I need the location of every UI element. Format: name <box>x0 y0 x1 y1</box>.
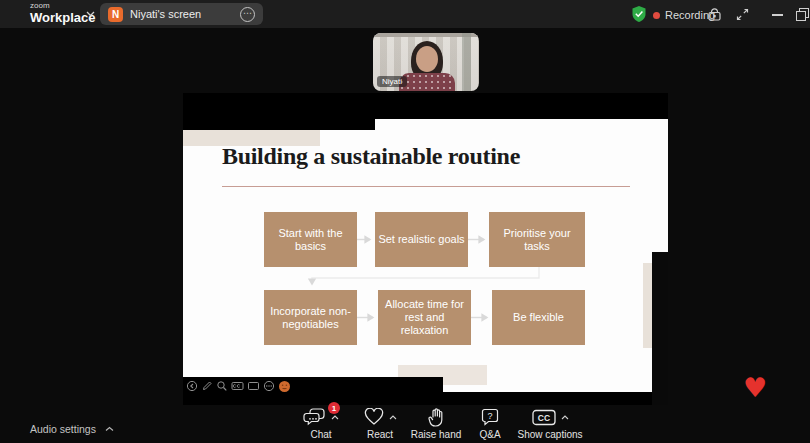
recording-dot-icon <box>653 12 660 19</box>
flow-box: Start with the basics <box>264 212 357 267</box>
flow-box: Set realistic goals <box>375 212 468 267</box>
raise-hand-button[interactable]: Raise hand <box>404 407 468 440</box>
zoom-meeting-window: zoom Workplace N Niyati's screen ⋯ Recor… <box>0 0 810 443</box>
slide-title: Building a sustainable routine <box>222 143 520 170</box>
flow-box: Prioritise your tasks <box>489 212 585 267</box>
captions-mini-icon[interactable] <box>231 380 244 392</box>
restore-front-square <box>796 11 806 21</box>
previous-slide-icon[interactable] <box>186 380 198 392</box>
window-frame <box>462 33 471 91</box>
shared-screen-slide: Building a sustainable routine Start wit… <box>183 93 668 405</box>
title-bar: zoom Workplace N Niyati's screen ⋯ Recor… <box>0 0 810 28</box>
audio-settings-label: Audio settings <box>30 423 96 435</box>
react-label: React <box>367 429 393 440</box>
svg-text:?: ? <box>487 410 492 420</box>
qa-icon: ? <box>481 408 499 427</box>
show-captions-label: Show captions <box>517 429 582 440</box>
flow-box: Incorporate non-negotiables <box>264 290 357 345</box>
presenter-toolbar <box>186 379 291 393</box>
tab-label: Niyati's screen <box>130 8 201 20</box>
minimize-button[interactable] <box>772 14 783 16</box>
react-button[interactable]: React <box>352 407 408 440</box>
qa-button[interactable]: ? Q&A <box>462 407 518 440</box>
svg-text:CC: CC <box>537 413 549 423</box>
chat-button[interactable]: 1 Chat <box>293 407 349 440</box>
participant-video-tile[interactable]: Niyati <box>373 33 479 91</box>
security-shield-icon[interactable] <box>632 6 646 22</box>
participant-body <box>399 73 455 91</box>
picture-in-picture-icon[interactable] <box>707 8 722 21</box>
pen-icon[interactable] <box>201 380 213 392</box>
heart-outline-icon <box>364 408 384 426</box>
qa-label: Q&A <box>479 429 500 440</box>
chevron-up-icon <box>105 426 114 432</box>
flow-box: Allocate time for rest and relaxation <box>378 290 471 345</box>
chat-label: Chat <box>310 429 331 440</box>
slide-decor-right-black <box>652 252 668 405</box>
reaction-emoji-icon[interactable] <box>278 380 291 393</box>
raise-hand-icon <box>428 408 445 427</box>
chevron-up-icon[interactable] <box>331 415 339 420</box>
tab-initial-badge: N <box>108 7 123 22</box>
chevron-up-icon[interactable] <box>389 415 397 420</box>
heart-reaction-icon: ♥ <box>743 374 767 401</box>
chat-icon <box>303 408 326 427</box>
show-captions-button[interactable]: CC Show captions <box>512 407 588 440</box>
chevron-down-icon[interactable] <box>86 11 95 17</box>
more-options-icon[interactable] <box>263 380 275 392</box>
slide-decor-right-beige <box>643 263 652 348</box>
flow-box: Be flexible <box>492 290 585 345</box>
slide-title-underline <box>222 186 630 187</box>
chevron-up-icon[interactable] <box>561 415 569 420</box>
chat-unread-badge: 1 <box>328 402 340 414</box>
tab-niyatis-screen[interactable]: N Niyati's screen ⋯ <box>100 3 263 25</box>
captions-cc-icon: CC <box>532 409 556 426</box>
magnifier-icon[interactable] <box>216 380 228 392</box>
display-icon[interactable] <box>247 380 260 392</box>
restore-window-button[interactable] <box>796 8 808 20</box>
slide-decor-top-left-black <box>183 93 375 130</box>
participant-face <box>416 46 438 72</box>
fullscreen-icon[interactable] <box>736 8 749 21</box>
tab-more-icon[interactable]: ⋯ <box>240 7 255 22</box>
brand-zoom-text: zoom <box>30 2 96 10</box>
raise-hand-label: Raise hand <box>411 429 462 440</box>
audio-settings-button[interactable]: Audio settings <box>30 423 114 435</box>
participant-name-tag: Niyati <box>377 76 407 87</box>
